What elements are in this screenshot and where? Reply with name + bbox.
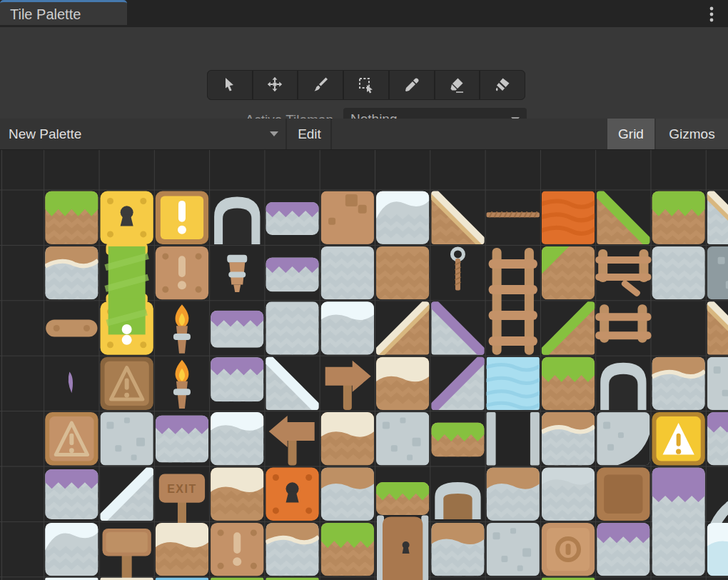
tile-arch_brown[interactable]	[435, 482, 480, 519]
tile-sand_inv[interactable]	[484, 468, 542, 521]
tile-purple_sliver[interactable]	[69, 372, 73, 394]
tile-warn_brown[interactable]	[45, 412, 98, 465]
tile-coin_block[interactable]	[542, 523, 595, 576]
tile-purple_snow[interactable]	[263, 202, 321, 235]
tile-sign_exit[interactable]: EXIT	[159, 474, 205, 526]
tile-slope[interactable]	[263, 354, 321, 413]
tile-rope_v[interactable]	[452, 249, 463, 291]
tile-arch_gray[interactable]	[214, 197, 260, 244]
tile-snow[interactable]	[318, 246, 377, 299]
tile-stone[interactable]	[376, 412, 429, 465]
tile-sign_blank[interactable]	[103, 529, 151, 580]
tile-stone_curve[interactable]	[597, 412, 649, 465]
tile-grass[interactable]	[373, 482, 432, 515]
tile-sand_inv[interactable]	[318, 468, 377, 521]
tile-snow_drift[interactable]	[373, 191, 432, 244]
tile-purple_snow[interactable]	[208, 357, 266, 401]
tile-slope[interactable]	[425, 189, 487, 250]
tile-purple_snow[interactable]	[704, 412, 728, 465]
tile-key_yellow[interactable]	[101, 191, 153, 244]
tile-stone[interactable]	[487, 523, 540, 576]
tile-purple_snow[interactable]	[208, 311, 266, 348]
gizmos-toggle-button[interactable]: Gizmos	[656, 119, 728, 149]
tile-fence_broken[interactable]	[595, 249, 651, 298]
tile-green_band_block[interactable]	[101, 299, 153, 354]
tile-slope[interactable]	[373, 299, 435, 360]
tile-snow_cap[interactable]	[318, 301, 377, 354]
tile-dirt_corner_grass[interactable]	[539, 246, 597, 299]
tile-palette-canvas[interactable]: EXIT	[0, 150, 728, 580]
tile-snow_cap[interactable]	[208, 412, 266, 465]
tile-crate_squares[interactable]	[321, 191, 374, 244]
tile-sand[interactable]	[318, 412, 377, 465]
tile-grass[interactable]	[318, 523, 377, 576]
tile-excl_brown[interactable]	[211, 523, 263, 576]
tile-arch_gray[interactable]	[600, 363, 646, 410]
tile-sand[interactable]	[153, 523, 211, 576]
tile-slope[interactable]	[98, 465, 156, 524]
tile-sand_inv[interactable]	[428, 523, 487, 576]
tile-rope_h[interactable]	[487, 211, 540, 217]
tile-stone[interactable]	[101, 412, 153, 465]
tile-grass[interactable]	[539, 357, 597, 410]
tile-crate_plain[interactable]	[597, 468, 649, 521]
select-tool-button[interactable]	[208, 71, 252, 99]
tile-purple_snow[interactable]	[594, 523, 652, 576]
eraser-tool-button[interactable]	[435, 71, 480, 99]
tile-excl_yellow[interactable]	[156, 191, 208, 244]
tile-green_band[interactable]	[106, 244, 148, 304]
tile-lantern[interactable]	[227, 255, 247, 292]
tile-water[interactable]	[485, 357, 541, 410]
tile-grass[interactable]	[428, 423, 487, 457]
tile-dirt_cap_snow[interactable]	[42, 246, 101, 299]
brush-tool-button[interactable]	[298, 71, 343, 99]
tile-dirt_cap_snow[interactable]	[263, 523, 321, 576]
tile-purple_snow[interactable]	[263, 257, 321, 291]
tile-shaft[interactable]	[487, 412, 540, 465]
edit-button[interactable]: Edit	[288, 119, 332, 149]
tile-excl_brown[interactable]	[156, 246, 208, 299]
grid-toggle-button[interactable]: Grid	[607, 119, 654, 149]
tile-stone_cap[interactable]	[539, 468, 597, 521]
tile-torch[interactable]	[173, 360, 191, 409]
box-fill-tool-button[interactable]	[344, 71, 388, 99]
tile-purple_snow[interactable]	[649, 468, 708, 576]
tile-sign_right[interactable]	[325, 361, 371, 410]
kebab-menu-button[interactable]	[702, 5, 721, 24]
palette-select-dropdown[interactable]: New Palette	[0, 119, 287, 149]
tile-ladder[interactable]	[489, 248, 537, 355]
tile-stone[interactable]	[707, 357, 728, 410]
tile-ice_band[interactable]	[707, 523, 728, 576]
tile-slope[interactable]	[428, 354, 487, 413]
tile-stone_arc[interactable]	[715, 494, 728, 525]
tile-dirt_cap_snow[interactable]	[539, 412, 597, 465]
tile-snow[interactable]	[649, 246, 708, 299]
tile-slope[interactable]	[594, 189, 652, 247]
tile-door_wood[interactable]	[377, 516, 428, 580]
tile-dirt[interactable]	[373, 246, 432, 299]
tile-warn_yellow[interactable]	[652, 412, 705, 465]
tile-slope[interactable]	[702, 299, 728, 360]
tile-purple_snow[interactable]	[42, 469, 101, 519]
tile-sand[interactable]	[208, 468, 266, 521]
tile-fence[interactable]	[595, 304, 651, 343]
tile-slope[interactable]	[539, 299, 597, 357]
tile-sand[interactable]	[373, 357, 432, 410]
tile-torch[interactable]	[173, 304, 191, 353]
tile-dirt_cap_snow[interactable]	[649, 357, 708, 410]
tile-stick_h[interactable]	[46, 320, 97, 337]
tile-lava[interactable]	[540, 191, 596, 244]
fill-tool-button[interactable]	[480, 71, 525, 99]
tile-slope[interactable]	[702, 189, 728, 250]
tile-sign_left[interactable]	[269, 416, 315, 465]
tab-tile-palette[interactable]: Tile Palette	[0, 0, 127, 25]
tile-slope[interactable]	[428, 299, 487, 357]
move-tool-button[interactable]	[253, 71, 298, 99]
tile-snow_drift[interactable]	[42, 523, 101, 576]
tile-grass[interactable]	[649, 191, 708, 244]
tile-grass[interactable]	[42, 191, 101, 244]
picker-tool-button[interactable]	[390, 71, 434, 99]
tile-snow[interactable]	[263, 301, 321, 354]
tile-purple_snow[interactable]	[153, 416, 211, 463]
tile-key_orange[interactable]	[266, 468, 318, 521]
